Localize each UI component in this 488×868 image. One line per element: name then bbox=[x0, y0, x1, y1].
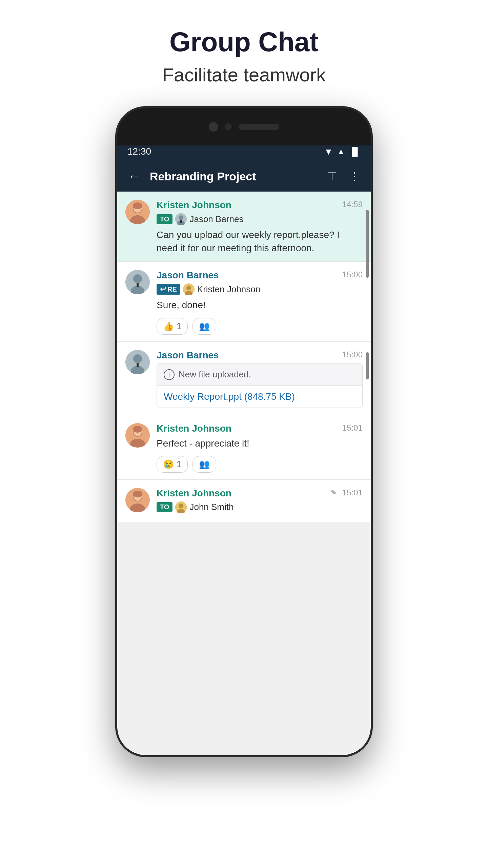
speaker bbox=[239, 124, 279, 130]
sender-name: Kristen Johnson bbox=[157, 488, 231, 499]
menu-button[interactable]: ⋮ bbox=[346, 167, 363, 185]
app-bar: ← Rebranding Project ⊤ ⋮ bbox=[117, 161, 371, 192]
edit-icon: ✎ bbox=[331, 488, 337, 497]
pin-button[interactable]: ⊤ bbox=[325, 167, 340, 185]
battery-icon: ▐▌ bbox=[349, 147, 361, 156]
info-icon: i bbox=[164, 369, 175, 380]
phone-top-bar bbox=[117, 108, 371, 145]
message-content: Kristen Johnson 14:59 TO bbox=[157, 200, 363, 255]
chat-title: Rebranding Project bbox=[150, 170, 318, 183]
status-icons: ▼ ▲ ▐▌ bbox=[324, 146, 361, 157]
status-time: 12:30 bbox=[127, 146, 151, 157]
avatar bbox=[125, 350, 150, 374]
file-upload-notice: i New file uploaded. bbox=[157, 364, 362, 386]
message-text: Perfect - appreciate it! bbox=[157, 437, 363, 450]
chat-area: Kristen Johnson 14:59 TO bbox=[117, 192, 371, 755]
message-row: Kristen Johnson 14:59 TO bbox=[117, 192, 371, 262]
svg-rect-8 bbox=[180, 220, 182, 223]
svg-rect-12 bbox=[137, 283, 139, 287]
message-header: Jason Barnes 15:00 bbox=[157, 270, 363, 281]
to-person-icon bbox=[175, 213, 187, 225]
back-button[interactable]: ← bbox=[125, 166, 143, 186]
to-person-name: Jason Barnes bbox=[189, 214, 243, 224]
phone-frame: 12:30 ▼ ▲ ▐▌ ← Rebranding Project ⊤ ⋮ bbox=[115, 106, 373, 757]
message-header: Kristen Johnson ✎ 15:01 bbox=[157, 488, 363, 499]
message-time: 15:00 bbox=[342, 350, 363, 359]
message-header: Jason Barnes 15:00 bbox=[157, 350, 363, 361]
message-content: Kristen Johnson ✎ 15:01 TO bbox=[157, 488, 363, 516]
avatar bbox=[125, 488, 150, 512]
message-time: 15:01 bbox=[342, 488, 363, 497]
sender-name: Jason Barnes bbox=[157, 270, 219, 281]
users-icon: 👥 bbox=[199, 459, 210, 470]
message-header: Kristen Johnson 15:01 bbox=[157, 423, 363, 434]
to-tag-row: TO John Smith bbox=[157, 501, 234, 513]
reaction-users-button[interactable]: 👥 bbox=[192, 456, 216, 473]
message-time: 14:59 bbox=[342, 200, 363, 209]
sender-name: Kristen Johnson bbox=[157, 423, 231, 434]
svg-point-29 bbox=[133, 491, 142, 497]
file-notice-text: New file uploaded. bbox=[179, 369, 251, 380]
to-person-name: John Smith bbox=[189, 502, 233, 512]
message-content: Jason Barnes 15:00 ↩RE Kristen John bbox=[157, 270, 363, 334]
reaction-users-button[interactable]: 👥 bbox=[192, 318, 216, 335]
message-time: 15:00 bbox=[342, 270, 363, 279]
avatar bbox=[125, 200, 150, 224]
users-icon: 👥 bbox=[199, 321, 210, 332]
thumbs-up-reaction[interactable]: 👍 1 bbox=[157, 318, 188, 335]
reactions: 😢 1 👥 bbox=[157, 456, 363, 473]
phone-screen: 12:30 ▼ ▲ ▐▌ ← Rebranding Project ⊤ ⋮ bbox=[117, 142, 371, 755]
sad-emoji: 😢 bbox=[163, 459, 174, 470]
scrollbar-indicator[interactable] bbox=[366, 210, 369, 278]
sender-name: Kristen Johnson bbox=[157, 200, 231, 211]
svg-point-4 bbox=[133, 202, 142, 209]
reactions: 👍 1 👥 bbox=[157, 318, 363, 335]
camera bbox=[209, 122, 218, 132]
avatar bbox=[125, 270, 150, 294]
to-badge: TO bbox=[157, 214, 172, 224]
thumbs-up-emoji: 👍 bbox=[163, 321, 174, 332]
sender-name: Jason Barnes bbox=[157, 350, 219, 361]
svg-point-17 bbox=[133, 354, 142, 363]
svg-rect-19 bbox=[137, 363, 139, 367]
re-tag-row: ↩RE Kristen Johnson bbox=[157, 283, 260, 295]
svg-point-24 bbox=[133, 426, 142, 433]
re-badge: ↩RE bbox=[157, 284, 180, 295]
svg-point-14 bbox=[186, 285, 191, 290]
signal-icon: ▲ bbox=[337, 147, 345, 156]
message-row: Jason Barnes 15:00 ↩RE Kristen John bbox=[117, 262, 371, 341]
message-content: Jason Barnes 15:00 i New file uploaded. … bbox=[157, 350, 363, 408]
to-person-icon bbox=[175, 501, 187, 513]
avatar bbox=[125, 423, 150, 448]
sad-reaction[interactable]: 😢 1 bbox=[157, 456, 188, 473]
scrollbar-indicator-2[interactable] bbox=[366, 352, 369, 379]
svg-point-10 bbox=[133, 274, 142, 283]
reaction-count: 1 bbox=[177, 459, 181, 470]
page-header: Group Chat Facilitate teamwork bbox=[162, 0, 326, 106]
svg-point-31 bbox=[179, 504, 183, 508]
file-upload-box: i New file uploaded. Weekly Report.ppt (… bbox=[157, 363, 363, 408]
message-row: Kristen Johnson ✎ 15:01 TO bbox=[117, 480, 371, 522]
file-link[interactable]: Weekly Report.ppt (848.75 KB) bbox=[157, 386, 362, 408]
message-row: Jason Barnes 15:00 i New file uploaded. … bbox=[117, 342, 371, 415]
re-person-icon bbox=[183, 283, 195, 295]
wifi-icon: ▼ bbox=[324, 146, 333, 157]
reaction-count: 1 bbox=[177, 321, 181, 332]
message-text: Sure, done! bbox=[157, 298, 363, 312]
to-badge: TO bbox=[157, 502, 172, 512]
sensor bbox=[225, 123, 232, 130]
page-title: Group Chat bbox=[162, 27, 326, 57]
to-tag-row: TO Jason Barnes bbox=[157, 213, 243, 225]
svg-point-6 bbox=[179, 215, 183, 220]
re-person-name: Kristen Johnson bbox=[197, 284, 260, 295]
page-subtitle: Facilitate teamwork bbox=[162, 64, 326, 86]
message-content: Kristen Johnson 15:01 Perfect - apprecia… bbox=[157, 423, 363, 473]
message-text: Can you upload our weekly report,please?… bbox=[157, 228, 363, 255]
message-row: Kristen Johnson 15:01 Perfect - apprecia… bbox=[117, 415, 371, 480]
message-time: 15:01 bbox=[342, 423, 363, 433]
message-header: Kristen Johnson 14:59 bbox=[157, 200, 363, 211]
